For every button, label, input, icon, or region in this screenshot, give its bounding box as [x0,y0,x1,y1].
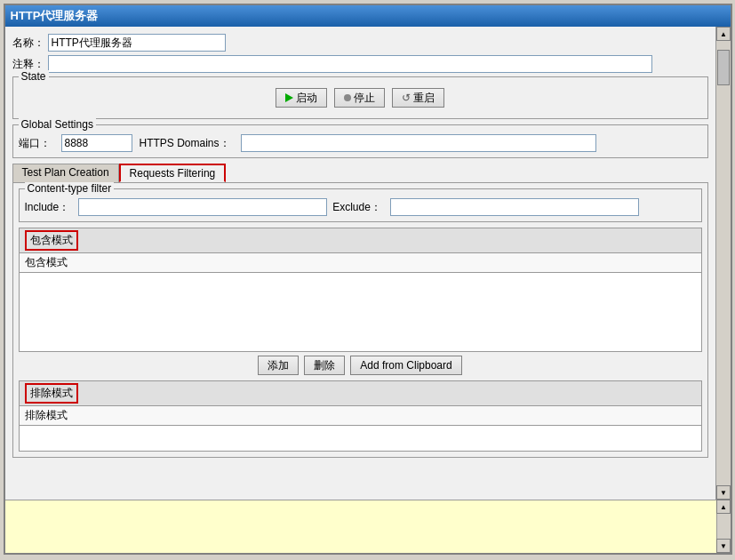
tab-requests-filtering[interactable]: Requests Filtering [119,164,227,182]
main-window: HTTP代理服务器 名称： 注释： State 启动 [4,4,732,555]
exclude-column-label: 排除模式 [25,409,68,421]
delete-button[interactable]: 删除 [304,356,345,375]
include-column-header: 包含模式 [19,252,702,272]
start-button[interactable]: 启动 [276,88,327,108]
scroll-up-button[interactable]: ▲ [716,27,731,41]
content-type-filter-section: Content-type filter Include： Exclude： [19,188,702,222]
content-type-legend: Content-type filter [25,182,115,195]
tab-header: Test Plan Creation Requests Filtering [12,164,708,182]
tab-test-plan[interactable]: Test Plan Creation [12,164,119,182]
vertical-scrollbar: ▲ ▼ [716,27,731,500]
filter-row: Include： Exclude： [25,198,696,216]
include-table-actions: 添加 删除 Add from Clipboard [19,356,702,375]
state-legend: State [19,70,49,83]
scroll-thumb[interactable] [717,50,730,85]
restart-button[interactable]: ↺ 重启 [392,88,444,108]
global-settings-legend: Global Settings [19,118,96,131]
add-from-clipboard-button[interactable]: Add from Clipboard [350,356,461,375]
exclude-table-body [19,425,702,452]
port-label: 端口： [19,136,51,151]
stop-label: 停止 [354,91,375,106]
global-settings-section: Global Settings 端口： HTTPS Domains： [12,124,708,158]
include-table-container: 包含模式 包含模式 添加 删除 [19,228,702,375]
port-input[interactable] [61,134,132,152]
global-settings-row: 端口： HTTPS Domains： [19,134,702,152]
stop-icon [344,94,351,101]
start-label: 启动 [296,91,317,106]
state-buttons: 启动 停止 ↺ 重启 [19,84,702,111]
comment-label: 注释： [12,57,44,72]
tabs-area: Test Plan Creation Requests Filtering Co… [12,164,708,458]
state-section: State 启动 停止 ↺ 重启 [12,76,708,119]
comment-row: 注释： [12,55,708,73]
https-domains-input[interactable] [241,134,596,152]
tab-content: Content-type filter Include： Exclude： 包含… [12,182,708,458]
exclude-input[interactable] [390,198,639,216]
bottom-area: ▲ ▼ [5,500,731,553]
name-input[interactable] [48,34,226,52]
bottom-scrollbar: ▲ ▼ [716,500,731,553]
include-input[interactable] [78,198,327,216]
main-panel: 名称： 注释： State 启动 停止 [5,27,716,500]
exclude-header-label: 排除模式 [25,383,78,404]
restart-icon: ↺ [402,92,411,104]
https-label: HTTPS Domains： [140,136,230,151]
exclude-table-container: 排除模式 排除模式 [19,380,702,452]
bottom-scroll-down-button[interactable]: ▼ [716,539,731,553]
exclude-label: Exclude： [332,200,381,215]
bottom-scroll-up-button[interactable]: ▲ [716,500,731,514]
bottom-bar [5,500,716,553]
scroll-down-button[interactable]: ▼ [716,485,731,500]
include-label: Include： [25,200,70,215]
name-row: 名称： [12,34,708,52]
exclude-table-header: 排除模式 [19,380,702,405]
include-header-label: 包含模式 [25,230,78,251]
include-table-body [19,272,702,352]
stop-button[interactable]: 停止 [334,88,385,108]
window-title: HTTP代理服务器 [11,8,99,24]
comment-input[interactable] [48,55,652,73]
scroll-track [716,41,731,485]
title-bar: HTTP代理服务器 [5,5,731,27]
content-area: 名称： 注释： State 启动 停止 [5,27,731,500]
include-table-header: 包含模式 [19,228,702,252]
play-icon [285,93,293,102]
include-column-label: 包含模式 [25,256,68,268]
add-button[interactable]: 添加 [258,356,299,375]
restart-label: 重启 [413,91,435,106]
name-label: 名称： [12,36,44,51]
exclude-column-header: 排除模式 [19,405,702,425]
